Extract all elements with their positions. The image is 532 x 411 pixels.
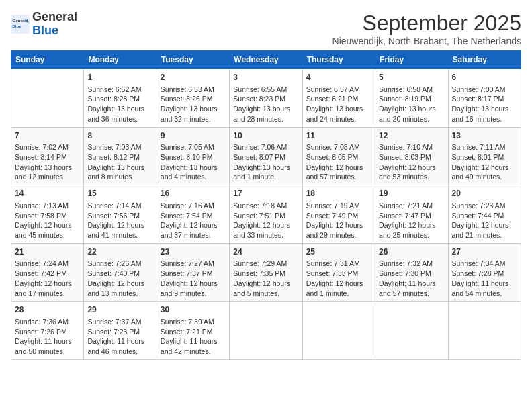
header-tuesday: Tuesday [157,51,229,69]
day-info-line: Sunset: 7:49 PM [306,211,371,221]
day-info-line: Sunrise: 7:05 AM [161,142,226,152]
day-info-line: Sunset: 7:23 PM [87,327,152,337]
day-info-line: Daylight: 12 hours and 5 minutes. [233,279,298,298]
day-info-line: Daylight: 11 hours and 54 minutes. [452,279,517,298]
week-row-2: 7Sunrise: 7:02 AMSunset: 8:14 PMDaylight… [11,127,521,185]
day-info-line: Sunrise: 7:00 AM [452,85,517,95]
day-info-line: Daylight: 12 hours and 41 minutes. [87,220,152,240]
day-info-line: Sunset: 8:05 PM [306,152,371,163]
cell-w3-d2: 15Sunrise: 7:14 AMSunset: 7:56 PMDayligh… [84,185,157,244]
cell-w3-d6: 19Sunrise: 7:21 AMSunset: 7:47 PMDayligh… [375,185,448,244]
day-info-line: Sunset: 7:37 PM [161,269,226,279]
cell-w4-d1: 21Sunrise: 7:24 AMSunset: 7:42 PMDayligh… [11,243,84,302]
cell-w4-d2: 22Sunrise: 7:26 AMSunset: 7:40 PMDayligh… [84,243,157,302]
cell-w2-d7: 13Sunrise: 7:11 AMSunset: 8:01 PMDayligh… [448,127,521,185]
day-info-line: Daylight: 13 hours and 1 minute. [233,163,298,182]
day-info-line: Sunrise: 7:23 AM [452,201,517,211]
day-info-line: Sunset: 8:14 PM [15,152,80,163]
day-info-line: Daylight: 12 hours and 9 minutes. [161,279,226,298]
logo-icon: General Blue [11,15,30,34]
day-info-line: Daylight: 12 hours and 17 minutes. [15,279,80,298]
day-info-line: Daylight: 13 hours and 32 minutes. [161,104,226,124]
day-number: 7 [15,130,80,142]
cell-w1-d1 [11,69,84,128]
day-info-line: Sunset: 7:51 PM [233,211,298,221]
day-info-line: Sunrise: 6:52 AM [87,85,152,95]
day-info-line: Daylight: 13 hours and 4 minutes. [161,163,226,182]
cell-w4-d3: 23Sunrise: 7:27 AMSunset: 7:37 PMDayligh… [157,243,229,302]
cell-w3-d5: 18Sunrise: 7:19 AMSunset: 7:49 PMDayligh… [302,185,375,244]
day-number: 16 [161,188,226,199]
svg-text:Blue: Blue [12,23,21,28]
day-info-line: Daylight: 13 hours and 16 minutes. [452,104,517,124]
day-info-line: Sunrise: 7:11 AM [452,142,517,152]
day-info-line: Daylight: 12 hours and 37 minutes. [161,220,226,240]
day-info-line: Sunset: 7:44 PM [452,211,517,221]
day-number: 24 [233,246,298,258]
day-info-line: Sunrise: 7:26 AM [87,259,152,269]
day-info-line: Daylight: 12 hours and 33 minutes. [233,220,298,240]
day-number: 30 [161,304,226,316]
day-info-line: Daylight: 12 hours and 49 minutes. [452,163,517,182]
day-number: 18 [306,188,371,199]
day-info-line: Sunset: 7:58 PM [15,211,80,221]
day-info-line: Sunset: 7:40 PM [87,269,152,279]
day-info-line: Daylight: 13 hours and 12 minutes. [15,163,80,182]
day-info-line: Sunset: 7:21 PM [161,327,226,337]
day-info-line: Daylight: 12 hours and 13 minutes. [87,279,152,298]
day-info-line: Sunrise: 7:29 AM [233,259,298,269]
day-info-line: Daylight: 12 hours and 57 minutes. [306,163,371,182]
week-row-1: 1Sunrise: 6:52 AMSunset: 8:28 PMDaylight… [11,69,521,128]
cell-w5-d2: 29Sunrise: 7:37 AMSunset: 7:23 PMDayligh… [84,302,157,360]
day-info-line: Sunrise: 7:02 AM [15,142,80,152]
day-info-line: Daylight: 12 hours and 21 minutes. [452,220,517,240]
cell-w2-d3: 9Sunrise: 7:05 AMSunset: 8:10 PMDaylight… [157,127,229,185]
day-number: 17 [233,188,298,199]
logo-general-text: General [32,10,77,24]
day-number: 13 [452,130,517,142]
cell-w4-d4: 24Sunrise: 7:29 AMSunset: 7:35 PMDayligh… [230,243,302,302]
day-number: 23 [161,246,226,258]
cell-w5-d6 [375,302,448,360]
cell-w5-d3: 30Sunrise: 7:39 AMSunset: 7:21 PMDayligh… [157,302,229,360]
cell-w1-d5: 4Sunrise: 6:57 AMSunset: 8:21 PMDaylight… [302,69,375,128]
cell-w2-d1: 7Sunrise: 7:02 AMSunset: 8:14 PMDaylight… [11,127,84,185]
month-title: September 2025 [332,11,521,36]
cell-w3-d1: 14Sunrise: 7:13 AMSunset: 7:58 PMDayligh… [11,185,84,244]
day-info-line: Sunrise: 6:58 AM [379,85,444,95]
day-info-line: Sunrise: 7:06 AM [233,142,298,152]
week-row-3: 14Sunrise: 7:13 AMSunset: 7:58 PMDayligh… [11,185,521,244]
cell-w4-d5: 25Sunrise: 7:31 AMSunset: 7:33 PMDayligh… [302,243,375,302]
cell-w3-d4: 17Sunrise: 7:18 AMSunset: 7:51 PMDayligh… [230,185,302,244]
day-info-line: Daylight: 11 hours and 42 minutes. [161,336,226,356]
header-thursday: Thursday [302,51,375,69]
day-info-line: Sunrise: 7:36 AM [15,317,80,327]
header-monday: Monday [84,51,157,69]
day-info-line: Daylight: 12 hours and 45 minutes. [15,220,80,240]
day-info-line: Daylight: 13 hours and 8 minutes. [87,163,152,182]
day-info-line: Daylight: 12 hours and 53 minutes. [379,163,444,182]
cell-w2-d4: 10Sunrise: 7:06 AMSunset: 8:07 PMDayligh… [230,127,302,185]
day-number: 4 [306,72,371,83]
day-number: 29 [87,304,152,316]
day-info-line: Sunset: 8:21 PM [306,94,371,104]
cell-w2-d5: 11Sunrise: 7:08 AMSunset: 8:05 PMDayligh… [302,127,375,185]
day-number: 10 [233,130,298,142]
day-info-line: Sunset: 7:54 PM [161,211,226,221]
day-info-line: Daylight: 12 hours and 1 minute. [306,279,371,298]
day-info-line: Sunrise: 7:34 AM [452,259,517,269]
day-info-line: Daylight: 12 hours and 29 minutes. [306,220,371,240]
day-info-line: Sunset: 8:28 PM [87,94,152,104]
cell-w5-d7 [448,302,521,360]
day-info-line: Daylight: 13 hours and 24 minutes. [306,104,371,124]
day-info-line: Sunrise: 7:21 AM [379,201,444,211]
day-info-line: Sunset: 7:30 PM [379,269,444,279]
day-number: 12 [379,130,444,142]
logo: General Blue General Blue [11,11,77,38]
week-row-5: 28Sunrise: 7:36 AMSunset: 7:26 PMDayligh… [11,302,521,360]
day-number: 9 [161,130,226,142]
cell-w1-d2: 1Sunrise: 6:52 AMSunset: 8:28 PMDaylight… [84,69,157,128]
day-info-line: Sunrise: 7:13 AM [15,201,80,211]
day-number: 19 [379,188,444,199]
day-info-line: Sunset: 7:42 PM [15,269,80,279]
